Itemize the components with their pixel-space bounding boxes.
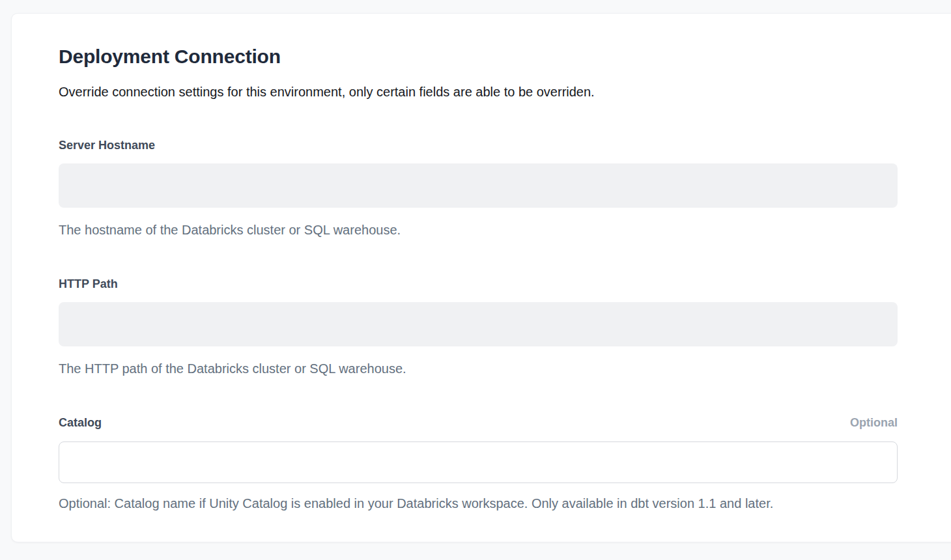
page-background: { "header": { "title": "Deployment Conne… (0, 0, 951, 560)
catalog-input[interactable] (59, 441, 898, 483)
page-title: Deployment Connection (59, 45, 898, 68)
server-hostname-input (59, 163, 898, 208)
page-subtitle: Override connection settings for this en… (59, 83, 898, 100)
catalog-helper-text: Optional: Catalog name if Unity Catalog … (59, 496, 898, 511)
http-path-helper-text: The HTTP path of the Databricks cluster … (59, 361, 898, 376)
http-path-label-row: HTTP Path (59, 277, 898, 291)
catalog-optional-tag: Optional (850, 415, 898, 430)
server-hostname-label-row: Server Hostname (59, 138, 898, 152)
server-hostname-helper-text: The hostname of the Databricks cluster o… (59, 222, 898, 238)
card-content: Deployment Connection Override connectio… (12, 14, 898, 511)
catalog-label-row: Catalog Optional (59, 415, 898, 430)
http-path-field: HTTP Path The HTTP path of the Databrick… (59, 277, 898, 376)
server-hostname-label: Server Hostname (59, 138, 155, 152)
server-hostname-field: Server Hostname The hostname of the Data… (59, 138, 898, 238)
catalog-label: Catalog (59, 415, 102, 430)
deployment-connection-card: Deployment Connection Override connectio… (11, 13, 951, 542)
http-path-label: HTTP Path (59, 277, 118, 291)
http-path-input (59, 302, 898, 346)
catalog-field: Catalog Optional Optional: Catalog name … (59, 415, 898, 511)
